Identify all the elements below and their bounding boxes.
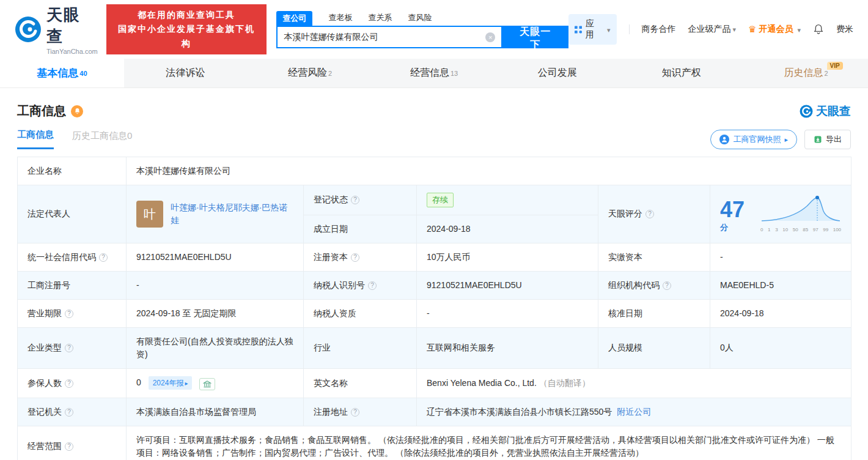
score-value: 47: [720, 197, 745, 222]
business-term-label: 营业期限: [28, 308, 62, 318]
header: 天眼查 TianYanCha.com 都在用的商业查询工具 国家中小企业发展子基…: [0, 0, 868, 59]
field-value-company-name: 本溪叶莲娜传媒有限公司: [127, 157, 851, 185]
field-label-approve-date: 核准日期: [598, 299, 710, 327]
official-snapshot-button[interactable]: 工商官网快照: [710, 130, 797, 149]
crown-icon: ♛: [748, 24, 756, 35]
chevron-down-icon: [605, 24, 611, 34]
menu-enterprise-products[interactable]: 企业级产品: [688, 24, 736, 35]
nav-tab-label: 公司发展: [538, 67, 577, 80]
row-credit-code: 统一社会信用代码? 91210521MAE0EHLD5U 注册资本? 10万人民…: [18, 243, 851, 271]
credit-code-label: 统一社会信用代码: [28, 252, 96, 262]
help-icon[interactable]: ?: [65, 310, 73, 318]
nav-tab-intellectual-property[interactable]: 知识产权: [620, 59, 744, 87]
export-icon: [814, 135, 822, 144]
menu-open-vip[interactable]: ♛开通会员: [748, 24, 801, 35]
auto-translate-note: （自动翻译）: [539, 378, 590, 388]
help-icon[interactable]: ?: [65, 344, 73, 352]
annual-report-badge[interactable]: 2024年报: [149, 376, 193, 390]
nav-tab-count: 2: [328, 70, 332, 77]
help-icon[interactable]: ?: [351, 408, 359, 417]
nav-tab-legal[interactable]: 法律诉讼: [124, 59, 248, 87]
field-label-business-term: 营业期限?: [18, 299, 127, 327]
field-value-reg-authority: 本溪满族自治县市场监督管理局: [127, 398, 304, 426]
logo-domain: TianYanCha.com: [46, 48, 98, 55]
export-label: 导出: [826, 134, 842, 145]
search-input[interactable]: [284, 32, 485, 42]
notification-bell-icon[interactable]: [813, 24, 824, 35]
tab-business-info[interactable]: 工商信息: [17, 129, 54, 149]
field-label-staff-size: 人员规模: [598, 327, 710, 368]
field-value-english-name: Benxi Yelena Media Co., Ltd. （自动翻译）: [417, 368, 851, 398]
field-label-company-name: 企业名称: [18, 157, 127, 185]
nav-tab-company-development[interactable]: 公司发展: [496, 59, 620, 87]
field-label-business-scope: 经营范围?: [18, 426, 127, 460]
promo-line-2: 国家中小企业发展子基金旗下机构: [114, 22, 260, 50]
nav-tab-operating-risk[interactable]: 经营风险2: [248, 59, 372, 87]
field-label-reg-number: 工商注册号: [18, 271, 127, 299]
help-icon[interactable]: ?: [351, 196, 359, 204]
subscribe-bell-icon[interactable]: [71, 105, 83, 117]
field-label-score: 天眼评分?: [598, 185, 710, 243]
nav-tab-label: 历史信息: [784, 67, 823, 80]
field-value-credit-code: 91210521MAE0EHLD5U: [127, 243, 304, 271]
legal-rep-avatar[interactable]: 叶: [136, 201, 163, 228]
help-icon[interactable]: ?: [65, 442, 73, 451]
nearby-companies-link[interactable]: 附近公司: [617, 407, 651, 417]
row-business-scope: 经营范围? 许可项目：互联网直播技术服务；食品销售；食品互联网销售。 （依法须经…: [18, 426, 851, 460]
help-icon[interactable]: ?: [99, 253, 108, 262]
nav-tab-history-info[interactable]: VIP 历史信息2: [744, 59, 868, 87]
logo-text: 天眼查: [46, 4, 98, 47]
nav-tab-label: 经营信息: [410, 67, 449, 80]
insured-count-value: 0: [136, 377, 141, 387]
nav-tab-label: 经营风险: [288, 67, 327, 80]
legal-rep-link[interactable]: 叶莲娜·叶夫格尼耶夫娜·巴热诺娃: [171, 201, 293, 227]
taxpayer-id-label: 纳税人识别号: [314, 280, 365, 290]
help-icon[interactable]: ?: [645, 210, 654, 218]
search-tab-risk[interactable]: 查风险: [408, 10, 432, 26]
user-menu[interactable]: 费米: [836, 24, 853, 35]
header-menu: 应用 商务合作 企业级产品 ♛开通会员 费米: [568, 14, 853, 45]
field-label-establish-date: 成立日期: [304, 215, 417, 243]
snapshot-label: 工商官网快照: [733, 134, 781, 145]
search-tabs: 查公司 查老板 查关系 查风险: [276, 10, 568, 26]
search-tab-company[interactable]: 查公司: [276, 11, 312, 26]
business-scope-label: 经营范围: [28, 441, 62, 451]
search-button[interactable]: 天眼一下: [502, 26, 568, 48]
row-reg-number: 工商注册号 - 纳税人识别号? 91210521MAE0EHLD5U 组织机构代…: [18, 271, 851, 299]
nav-tab-operating-info[interactable]: 经营信息13: [372, 59, 496, 87]
export-button[interactable]: 导出: [804, 130, 851, 149]
search-tab-boss[interactable]: 查老板: [328, 10, 352, 26]
search-tab-relation[interactable]: 查关系: [368, 10, 392, 26]
score-axis-ticks: 0131050859799100: [760, 226, 841, 234]
row-reg-authority: 登记机关? 本溪满族自治县市场监督管理局 注册地址? 辽宁省本溪市本溪满族自治县…: [18, 398, 851, 426]
apps-button[interactable]: 应用: [568, 14, 617, 45]
field-label-org-code: 组织机构代码?: [598, 271, 710, 299]
english-name-value: Benxi Yelena Media Co., Ltd.: [427, 378, 537, 388]
help-icon[interactable]: ?: [663, 281, 671, 290]
score-unit: 分: [720, 223, 728, 232]
menu-cooperation[interactable]: 商务合作: [641, 24, 675, 35]
field-value-taxpayer-id: 91210521MAE0EHLD5U: [417, 271, 598, 299]
nav-tab-basic-info[interactable]: 基本信息40: [0, 59, 124, 87]
enterprise-products-label: 企业级产品: [688, 24, 730, 34]
score-chart: 0131050859799100: [760, 194, 841, 234]
apps-label: 应用: [586, 18, 601, 40]
row-business-term: 营业期限? 2024-09-18 至 无固定期限 纳税人资质 - 核准日期 20…: [18, 299, 851, 327]
help-icon[interactable]: ?: [351, 253, 359, 262]
field-value-staff-size: 0人: [710, 327, 851, 368]
apps-grid-icon: [575, 26, 582, 34]
help-icon[interactable]: ?: [368, 281, 377, 290]
row-legal-rep: 法定代表人 叶 叶莲娜·叶夫格尼耶夫娜·巴热诺娃 登记状态? 存续 天眼评分? …: [18, 185, 851, 215]
tianyancha-logo[interactable]: 天眼查 TianYanCha.com: [15, 4, 98, 55]
help-icon[interactable]: ?: [65, 408, 73, 417]
field-label-taxpayer-id: 纳税人识别号?: [304, 271, 417, 299]
nav-tab-label: 知识产权: [662, 67, 701, 80]
clear-icon[interactable]: ×: [485, 32, 495, 42]
field-value-business-term: 2024-09-18 至 无固定期限: [127, 299, 304, 327]
help-icon[interactable]: ?: [65, 379, 73, 388]
reg-status-label: 登记状态: [314, 195, 348, 204]
field-value-legal-rep: 叶 叶莲娜·叶夫格尼耶夫娜·巴热诺娃: [127, 185, 304, 243]
chevron-down-icon: [795, 24, 801, 34]
tab-history-business-info[interactable]: 历史工商信息0: [72, 130, 132, 149]
annual-report-archive-button[interactable]: [199, 378, 215, 390]
